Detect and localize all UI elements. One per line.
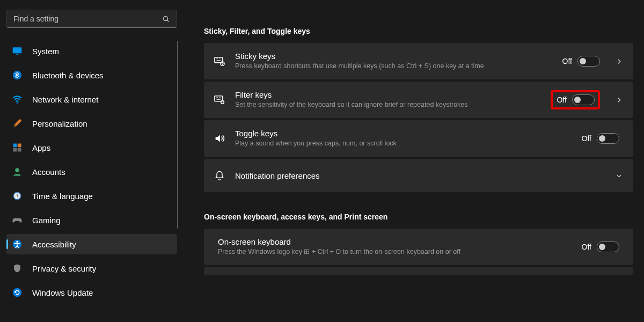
toggle-state-label: Off <box>557 96 567 104</box>
osk-toggle[interactable] <box>597 241 619 252</box>
svg-point-15 <box>13 288 22 297</box>
toggle-area: Off <box>582 241 619 252</box>
search-box[interactable] <box>6 10 177 28</box>
card-text: Filter keys Set the sensitivity of the k… <box>235 90 541 109</box>
sticky-keys-toggle[interactable] <box>577 56 600 67</box>
sidebar-item-accessibility[interactable]: Accessibility <box>6 234 177 254</box>
card-description: Set the sensitivity of the keyboard so i… <box>235 100 541 109</box>
chevron-right-icon <box>614 97 624 104</box>
sidebar-item-system[interactable]: System <box>6 41 177 61</box>
accessibility-icon <box>12 239 23 250</box>
toggle-state-label: Off <box>582 243 591 251</box>
sidebar-item-network[interactable]: Network & internet <box>6 89 177 109</box>
apps-icon <box>12 142 23 153</box>
sidebar-item-label: Gaming <box>32 216 61 225</box>
setting-toggle-keys[interactable]: Toggle keys Play a sound when you press … <box>204 120 633 157</box>
paintbrush-icon <box>12 118 23 129</box>
sidebar-item-personalization[interactable]: Personalization <box>6 113 177 134</box>
toggle-state-label: Off <box>582 134 591 143</box>
monitor-icon <box>12 46 23 56</box>
card-description: Play a sound when you press caps, num, o… <box>235 139 572 148</box>
keyboard-icon <box>214 55 225 67</box>
nav-list: System Bluetooth & devices Network & int… <box>6 41 177 306</box>
card-text: Sticky keys Press keyboard shortcuts tha… <box>235 52 553 70</box>
setting-sticky-keys[interactable]: Sticky keys Press keyboard shortcuts tha… <box>204 43 633 79</box>
svg-rect-8 <box>13 148 17 152</box>
card-title: On-screen keyboard <box>218 237 572 246</box>
search-input[interactable] <box>13 14 162 23</box>
svg-point-14 <box>16 241 18 243</box>
card-title: Sticky keys <box>235 52 553 61</box>
card-title: Toggle keys <box>235 129 572 138</box>
wifi-icon <box>12 94 23 105</box>
card-text: Toggle keys Play a sound when you press … <box>235 129 572 148</box>
person-icon <box>12 166 23 177</box>
svg-point-0 <box>164 16 168 20</box>
setting-row-partial[interactable] <box>204 267 633 275</box>
bluetooth-icon <box>12 70 23 80</box>
sidebar-item-label: Personalization <box>32 119 87 128</box>
chevron-right-icon <box>614 58 624 65</box>
sidebar-item-label: System <box>32 47 59 56</box>
sound-icon <box>214 133 225 144</box>
svg-line-1 <box>167 20 169 21</box>
svg-rect-6 <box>13 144 17 148</box>
sidebar-item-label: Network & internet <box>32 95 98 104</box>
section-title: On-screen keyboard, access keys, and Pri… <box>204 213 633 221</box>
sidebar-item-label: Apps <box>32 143 50 152</box>
toggle-area: Off <box>562 56 600 67</box>
sidebar-item-label: Windows Update <box>32 288 93 297</box>
filter-keys-toggle[interactable] <box>572 94 595 105</box>
toggle-area: Off <box>582 133 619 144</box>
svg-rect-2 <box>13 47 22 53</box>
bell-icon <box>214 170 225 181</box>
card-description: Press the Windows logo key ⊞ + Ctrl + O … <box>218 247 572 256</box>
sidebar-item-update[interactable]: Windows Update <box>6 282 177 303</box>
card-text: Notification preferences <box>235 171 604 180</box>
card-title: Filter keys <box>235 90 541 99</box>
card-description: Press keyboard shortcuts that use multip… <box>235 62 553 70</box>
sidebar-item-label: Privacy & security <box>32 264 96 273</box>
svg-rect-23 <box>215 96 223 101</box>
setting-osk[interactable]: On-screen keyboard Press the Windows log… <box>204 229 633 265</box>
svg-rect-9 <box>18 148 21 152</box>
clock-icon <box>12 191 23 201</box>
svg-point-5 <box>17 102 18 104</box>
highlight-annotation: Off <box>551 90 600 109</box>
sidebar: System Bluetooth & devices Network & int… <box>0 0 182 322</box>
search-icon <box>162 15 170 23</box>
svg-point-10 <box>15 168 19 172</box>
setting-notification-preferences[interactable]: Notification preferences <box>204 159 633 192</box>
svg-rect-3 <box>16 54 19 55</box>
sidebar-item-accounts[interactable]: Accounts <box>6 162 177 182</box>
sidebar-item-label: Accessibility <box>32 240 76 249</box>
toggle-state-label: Off <box>562 57 572 65</box>
sidebar-item-label: Bluetooth & devices <box>32 71 104 80</box>
sidebar-item-apps[interactable]: Apps <box>6 137 177 158</box>
chevron-down-icon <box>614 172 624 179</box>
sidebar-item-gaming[interactable]: Gaming <box>6 210 177 230</box>
card-text: On-screen keyboard Press the Windows log… <box>218 237 572 256</box>
card-title: Notification preferences <box>235 171 604 180</box>
scrollbar[interactable] <box>177 41 178 229</box>
update-icon <box>12 287 23 298</box>
main-content: Sticky, Filter, and Toggle keys Sticky k… <box>182 0 644 322</box>
sidebar-item-bluetooth[interactable]: Bluetooth & devices <box>6 65 177 85</box>
setting-filter-keys[interactable]: Filter keys Set the sensitivity of the k… <box>204 82 633 118</box>
sidebar-item-time[interactable]: Time & language <box>6 186 177 206</box>
sidebar-item-privacy[interactable]: Privacy & security <box>6 258 177 279</box>
sidebar-item-label: Time & language <box>32 192 93 201</box>
svg-rect-7 <box>18 144 21 148</box>
sidebar-item-label: Accounts <box>32 167 65 177</box>
toggle-keys-toggle[interactable] <box>597 133 619 144</box>
gamepad-icon <box>12 215 23 225</box>
keyboard-gear-icon <box>214 94 225 106</box>
section-title: Sticky, Filter, and Toggle keys <box>204 27 633 35</box>
shield-icon <box>12 263 23 274</box>
